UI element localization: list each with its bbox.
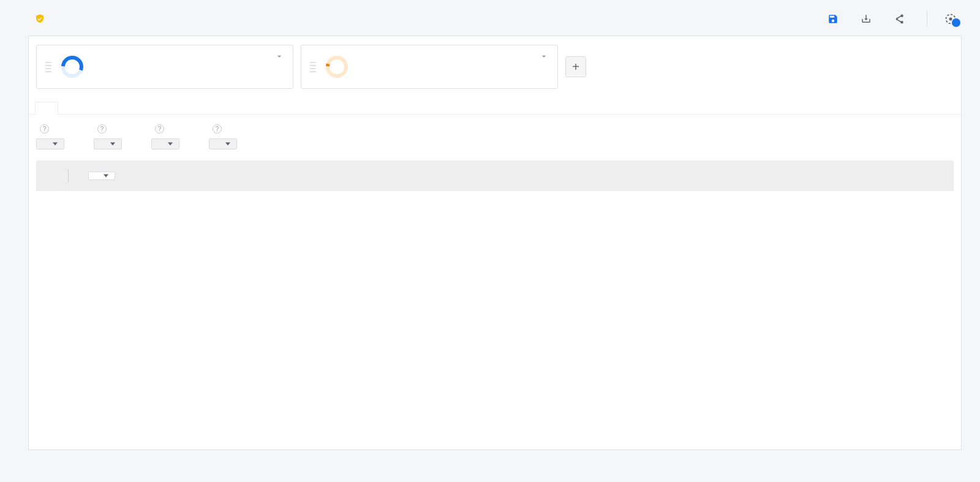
help-icon[interactable]: ? — [40, 124, 49, 134]
share-button[interactable] — [894, 13, 910, 24]
main-panel: + ? ? ? ? — [28, 36, 962, 450]
save-button[interactable] — [827, 13, 843, 24]
cohort-size-select[interactable] — [94, 138, 122, 149]
insights-button[interactable] — [944, 13, 962, 25]
donut-icon — [325, 55, 349, 79]
controls-row: ? ? ? ? — [29, 115, 961, 160]
action-bar — [827, 11, 962, 27]
cohort-type-select[interactable] — [36, 138, 64, 149]
drag-handle-icon[interactable] — [310, 62, 316, 72]
verified-shield-icon — [34, 13, 45, 25]
metric-select[interactable] — [151, 138, 179, 149]
chart-zone — [36, 191, 954, 450]
svg-point-4 — [328, 58, 346, 76]
segment-card-1[interactable] — [301, 45, 558, 89]
svg-point-1 — [949, 18, 952, 21]
chart-header — [36, 160, 954, 191]
legend-swatch — [55, 203, 62, 211]
chevron-down-icon[interactable] — [539, 51, 549, 63]
help-icon[interactable]: ? — [97, 124, 107, 134]
chevron-down-icon[interactable] — [274, 51, 284, 63]
legend-item-1 — [85, 203, 97, 211]
add-segment-button[interactable]: + — [565, 56, 586, 77]
legend-swatch — [85, 203, 92, 211]
action-divider — [927, 11, 927, 27]
donut-icon — [60, 55, 85, 79]
legend-item-0 — [55, 203, 67, 211]
tab-bar — [29, 101, 961, 115]
insights-icon — [944, 13, 957, 25]
insights-count-badge — [952, 18, 960, 27]
date-range-select[interactable] — [209, 138, 237, 149]
tab-cohort-analysis[interactable] — [35, 102, 58, 115]
selected-cohorts-select[interactable] — [88, 171, 115, 180]
drag-handle-icon[interactable] — [45, 62, 51, 72]
help-icon[interactable]: ? — [213, 124, 222, 134]
retention-chart — [51, 217, 945, 450]
header-divider — [68, 169, 69, 183]
help-icon[interactable]: ? — [155, 124, 164, 134]
page-header — [28, 11, 962, 27]
segment-row: + — [29, 45, 961, 100]
legend — [51, 200, 939, 217]
segment-card-0[interactable] — [36, 45, 293, 89]
export-button[interactable] — [861, 13, 876, 24]
